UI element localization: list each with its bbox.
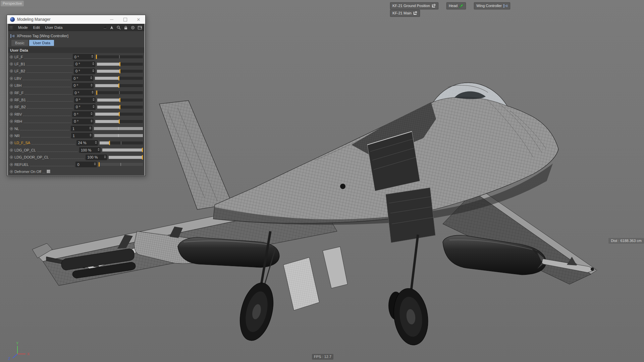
expander-icon[interactable] xyxy=(10,163,13,166)
slider-knob[interactable] xyxy=(119,69,120,73)
viewport-view-menu[interactable]: Perspective xyxy=(1,1,24,6)
value-field[interactable]: 24 % xyxy=(76,140,98,146)
expander-icon[interactable] xyxy=(10,77,13,80)
slider-knob[interactable] xyxy=(119,112,120,116)
expander-icon[interactable] xyxy=(10,98,13,102)
slider-knob[interactable] xyxy=(142,148,143,152)
slider-knob[interactable] xyxy=(96,55,97,59)
slider-knob[interactable] xyxy=(118,76,119,80)
expander-icon[interactable] xyxy=(10,148,13,152)
slider-knob[interactable] xyxy=(142,155,143,160)
spinner-arrows-icon[interactable] xyxy=(91,112,93,115)
value-field[interactable]: 0 ° xyxy=(72,83,94,88)
slider[interactable] xyxy=(95,83,143,88)
hud-tag-kf-21-main[interactable]: KF-21 Main xyxy=(390,10,420,17)
maximize-button[interactable] xyxy=(118,15,132,24)
slider-knob[interactable] xyxy=(109,141,110,145)
expander-icon[interactable] xyxy=(10,156,13,159)
spinner-arrows-icon[interactable] xyxy=(93,98,95,101)
slider[interactable] xyxy=(109,155,143,160)
menu-edit[interactable]: Edit xyxy=(31,24,43,31)
expander-icon[interactable] xyxy=(10,84,13,87)
slider-knob[interactable] xyxy=(96,90,97,95)
hud-tag-kf-21-ground-position[interactable]: KF-21 Ground Position xyxy=(390,2,438,9)
slider[interactable] xyxy=(94,133,143,138)
slider[interactable] xyxy=(96,90,143,96)
spinner-arrows-icon[interactable] xyxy=(90,134,92,136)
spinner-arrows-icon[interactable] xyxy=(98,148,100,151)
slider-knob[interactable] xyxy=(119,98,120,102)
expander-icon[interactable] xyxy=(10,134,13,137)
slider-knob[interactable] xyxy=(118,83,119,88)
value-field[interactable]: 0 ° xyxy=(72,75,93,81)
menu-user-data[interactable]: User Data xyxy=(43,24,65,31)
spinner-arrows-icon[interactable] xyxy=(89,127,91,129)
lock-icon[interactable] xyxy=(123,25,128,30)
spinner-arrows-icon[interactable] xyxy=(104,156,106,158)
slider[interactable] xyxy=(97,68,143,74)
dock-icon[interactable] xyxy=(138,25,142,30)
expander-icon[interactable] xyxy=(10,127,13,130)
value-field[interactable]: 100 % xyxy=(86,155,107,160)
slider-knob[interactable] xyxy=(119,62,120,66)
spinner-arrows-icon[interactable] xyxy=(91,84,93,86)
value-field[interactable]: 100 % xyxy=(79,147,101,153)
magnifier-icon[interactable] xyxy=(116,25,121,30)
spinner-arrows-icon[interactable] xyxy=(92,62,94,65)
value-field[interactable]: 0 ° xyxy=(74,97,96,103)
slider-knob[interactable] xyxy=(99,162,100,167)
slider[interactable] xyxy=(95,119,143,124)
expander-icon[interactable] xyxy=(10,105,13,109)
expander-icon[interactable] xyxy=(10,170,13,173)
value-field[interactable]: 0 ° xyxy=(72,119,94,124)
slider[interactable] xyxy=(97,61,143,67)
spinner-arrows-icon[interactable] xyxy=(95,141,97,144)
slider[interactable] xyxy=(97,104,143,110)
expander-icon[interactable] xyxy=(10,69,13,73)
expander-icon[interactable] xyxy=(10,141,13,144)
slider[interactable] xyxy=(97,97,143,103)
hud-tag-wing-controller[interactable]: Wing Controller xyxy=(474,2,510,9)
value-field[interactable]: 1 xyxy=(71,133,93,138)
back-arrow-icon[interactable] xyxy=(102,25,107,30)
spinner-arrows-icon[interactable] xyxy=(92,69,94,72)
slider-knob[interactable] xyxy=(119,119,120,124)
slider[interactable] xyxy=(100,140,143,146)
value-field[interactable]: 0 ° xyxy=(74,104,96,110)
slider[interactable] xyxy=(96,54,143,60)
checkbox[interactable] xyxy=(47,170,50,173)
spinner-arrows-icon[interactable] xyxy=(91,55,93,58)
minimize-button[interactable] xyxy=(105,15,118,24)
expander-icon[interactable] xyxy=(10,62,13,66)
spinner-arrows-icon[interactable] xyxy=(93,105,95,108)
slider[interactable] xyxy=(94,126,143,131)
value-field[interactable]: 0 xyxy=(75,162,97,167)
spinner-arrows-icon[interactable] xyxy=(92,91,94,94)
target-icon[interactable] xyxy=(130,25,135,30)
value-field[interactable]: 0 ° xyxy=(73,54,94,60)
tab-basic[interactable]: Basic xyxy=(11,40,28,46)
value-field[interactable]: 0 ° xyxy=(73,90,95,96)
slider[interactable] xyxy=(95,75,143,81)
value-field[interactable]: 0 ° xyxy=(74,68,95,74)
expander-icon[interactable] xyxy=(10,91,13,95)
palette-grip-icon[interactable] xyxy=(9,26,13,29)
expander-icon[interactable] xyxy=(10,55,13,59)
spinner-arrows-icon[interactable] xyxy=(94,163,96,165)
spinner-arrows-icon[interactable] xyxy=(91,120,93,122)
tab-user-data[interactable]: User Data xyxy=(29,40,54,46)
value-field[interactable]: 0 ° xyxy=(72,111,94,117)
cursor-icon[interactable] xyxy=(109,25,114,30)
slider[interactable] xyxy=(95,111,143,117)
slider[interactable] xyxy=(102,147,143,153)
menu-mode[interactable]: Mode xyxy=(15,24,31,31)
window-titlebar[interactable]: Modeling Manager ✕ xyxy=(7,15,145,24)
hud-tag-head[interactable]: Head xyxy=(446,2,466,9)
spinner-arrows-icon[interactable] xyxy=(90,76,92,79)
slider-knob[interactable] xyxy=(119,105,120,109)
value-field[interactable]: 1 xyxy=(71,126,92,131)
slider[interactable] xyxy=(99,162,143,167)
close-button[interactable]: ✕ xyxy=(132,15,145,24)
expander-icon[interactable] xyxy=(10,113,13,116)
value-field[interactable]: 0 ° xyxy=(74,61,95,67)
